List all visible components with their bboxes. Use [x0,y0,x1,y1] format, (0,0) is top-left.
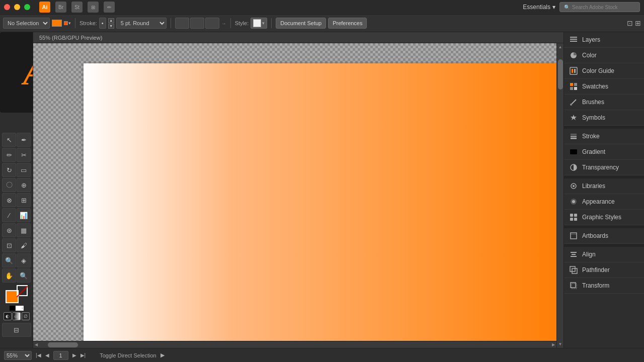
color-mode-icon[interactable]: ◐ [4,312,12,320]
close-button[interactable] [4,4,10,10]
scroll-right-arrow[interactable]: ▶ [552,342,556,347]
search-icon: 🔍 [564,5,570,10]
maximize-button[interactable] [24,4,30,10]
chart-tool[interactable]: 📊 [17,208,31,222]
svg-rect-35 [572,268,577,274]
pencil-tool[interactable]: ✏ [2,148,16,162]
panel-item-align[interactable]: Align [564,247,644,262]
chevron-down-icon[interactable]: ▾ [262,21,265,26]
panel-item-stroke[interactable]: Stroke [564,129,644,144]
fill-stroke-pair [6,285,28,303]
reset-colors-icon[interactable] [10,305,24,310]
panel-item-artboards[interactable]: Artboards [564,228,644,244]
stroke-color-box[interactable] [17,285,28,296]
pen-icon[interactable]: ✏ [104,2,115,13]
zoom-select[interactable]: 55% [4,351,32,360]
stroke-up-arrow[interactable]: ▲ [108,18,114,23]
panel-item-color[interactable]: Color [564,48,644,63]
lasso-tool[interactable]: 〇 [2,178,16,192]
page-number-input[interactable] [53,351,68,360]
rotate-tool[interactable]: ↻ [2,163,16,177]
art-canvas[interactable] [84,63,564,348]
eyedropper-tool[interactable]: 🔍 [2,253,16,267]
fill-color-swatch[interactable] [52,20,62,27]
panel-item-transform[interactable]: Transform [564,278,644,294]
canvas-tab: 55% (RGB/GPU Preview) [33,32,564,43]
nav-back-button[interactable]: ◀ [45,352,49,358]
panel-item-libraries[interactable]: Libraries [564,178,644,194]
panel-item-layers[interactable]: Layers [564,32,644,48]
transform-label: Transform [582,282,609,289]
horizontal-scrollbar[interactable]: ◀ ▶ [33,341,556,348]
options-toolbar: No Selection ▾ Stroke: • ▲ ▼ 5 pt. Round… [0,14,644,32]
knife-tool[interactable]: ∕ [2,208,16,222]
canvas-workspace[interactable]: ▲ ▼ ◀ ▶ [33,43,564,348]
blend2-tool[interactable]: ◈ [17,253,31,267]
arrange-icon[interactable]: ⊞ [635,19,641,27]
paintbrush-tool[interactable]: 🖌 [17,238,31,252]
column-graph-tool[interactable]: ▦ [17,223,31,237]
pen-tool[interactable]: ✒ [17,133,31,147]
vertical-scrollbar[interactable]: ▲ ▼ [556,43,564,348]
artboard-tool[interactable]: ⊡ [2,238,16,252]
selection-tool[interactable]: ↖ [2,133,16,147]
panel-item-brushes[interactable]: Brushes [564,95,644,110]
none-mode-icon[interactable]: ∅ [22,312,30,320]
preferences-button[interactable]: Preferences [328,18,367,29]
panel-item-symbols[interactable]: Symbols [564,110,644,126]
style-preview-box[interactable]: ▾ [251,18,267,29]
svg-rect-34 [570,266,575,272]
stroke-type-dropdown[interactable]: 5 pt. Round [116,18,167,29]
scissors-tool[interactable]: ✂ [17,148,31,162]
stroke-down-arrow[interactable]: ▼ [108,24,114,29]
gradient-mode-icon[interactable]: ▭ [13,312,21,320]
symbol-tool[interactable]: ⊛ [2,223,16,237]
dash-input-2[interactable] [190,18,204,29]
panel-item-gradient[interactable]: Gradient [564,144,644,160]
pathfinder-label: Pathfinder [582,266,610,274]
stroke-weight-box[interactable]: • [99,18,106,29]
dash-input-1[interactable] [175,18,189,29]
scroll-thumb-horizontal[interactable] [48,342,78,347]
right-panel: Layers Color Color Guide Swatches Brushe… [564,32,644,348]
panel-item-transparency[interactable]: Transparency [564,160,644,175]
panel-toggle-icon[interactable]: ⊡ [627,19,633,27]
blend-tool[interactable]: ⊗ [2,193,16,207]
panel-item-swatches[interactable]: Swatches [564,79,644,95]
essentials-dropdown[interactable]: Essentials ▾ [523,4,555,11]
svg-rect-29 [571,233,577,239]
style-label: Style: [235,20,249,26]
panel-item-pathfinder[interactable]: Pathfinder [564,262,644,278]
dash-input-3[interactable] [205,18,219,29]
bridge-icon[interactable]: Br [55,2,66,13]
nav-next-button[interactable]: ▶| [80,352,86,358]
hand-tool[interactable]: ✋ [2,268,16,283]
chevron-down-icon[interactable]: ▾ [68,21,71,26]
brushes-icon [569,98,578,107]
document-setup-button[interactable]: Document Setup [276,18,326,29]
nav-prev-button[interactable]: |◀ [36,352,41,358]
panel-item-appearance[interactable]: Appearance [564,194,644,210]
stroke-color-small[interactable] [64,21,68,25]
workspace-icon[interactable]: ⊞ [88,2,99,13]
gradient-mesh-tool[interactable]: ⊞ [17,193,31,207]
panel-item-graphic-styles[interactable]: Graphic Styles [564,210,644,225]
stroke-label: Stroke: [79,20,97,26]
gradient-label: Gradient [582,148,605,155]
nav-forward-button[interactable]: ▶ [72,352,76,358]
scroll-up-arrow[interactable]: ▲ [558,43,562,49]
stock-search[interactable]: 🔍 Search Adobe Stock [559,2,640,12]
scroll-left-arrow[interactable]: ◀ [33,342,38,347]
selection-dropdown[interactable]: No Selection [3,18,50,29]
scroll-down-arrow[interactable]: ▼ [558,342,562,348]
scroll-thumb-vertical[interactable] [558,59,563,89]
stock-icon[interactable]: St [71,2,83,13]
minimize-button[interactable] [14,4,20,10]
puppet-tool[interactable]: ⊕ [17,178,31,192]
play-button[interactable]: ▶ [160,352,165,358]
zoom-tool[interactable]: 🔍 [17,268,31,283]
rect-tool[interactable]: ▭ [17,163,31,177]
extra-tool[interactable]: ⊟ [2,323,31,337]
panel-item-color-guide[interactable]: Color Guide [564,63,644,79]
transparency-label: Transparency [582,164,619,171]
